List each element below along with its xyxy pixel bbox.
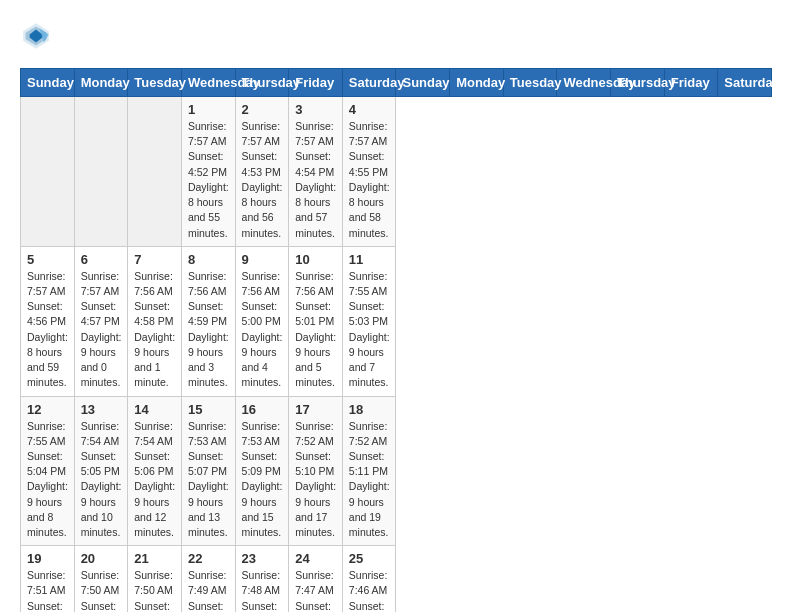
col-header-tuesday: Tuesday [503,69,557,97]
header-monday: Monday [74,69,128,97]
day-info: Sunrise: 7:47 AMSunset: 5:19 PMDaylight:… [295,568,336,612]
day-info: Sunrise: 7:57 AMSunset: 4:52 PMDaylight:… [188,119,229,241]
day-number: 7 [134,252,175,267]
day-number: 15 [188,402,229,417]
calendar-cell: 19Sunrise: 7:51 AMSunset: 5:12 PMDayligh… [21,546,75,612]
calendar-cell: 2Sunrise: 7:57 AMSunset: 4:53 PMDaylight… [235,97,289,247]
calendar-cell: 20Sunrise: 7:50 AMSunset: 5:14 PMDayligh… [74,546,128,612]
calendar-cell: 12Sunrise: 7:55 AMSunset: 5:04 PMDayligh… [21,396,75,546]
col-header-wednesday: Wednesday [557,69,611,97]
day-number: 6 [81,252,122,267]
calendar-cell: 15Sunrise: 7:53 AMSunset: 5:07 PMDayligh… [181,396,235,546]
day-info: Sunrise: 7:54 AMSunset: 5:05 PMDaylight:… [81,419,122,541]
day-number: 8 [188,252,229,267]
calendar-week-row: 1Sunrise: 7:57 AMSunset: 4:52 PMDaylight… [21,97,772,247]
day-number: 9 [242,252,283,267]
day-info: Sunrise: 7:57 AMSunset: 4:57 PMDaylight:… [81,269,122,391]
header-saturday: Saturday [342,69,396,97]
calendar-cell: 17Sunrise: 7:52 AMSunset: 5:10 PMDayligh… [289,396,343,546]
day-number: 1 [188,102,229,117]
calendar-header-row: SundayMondayTuesdayWednesdayThursdayFrid… [21,69,772,97]
day-number: 16 [242,402,283,417]
calendar-week-row: 5Sunrise: 7:57 AMSunset: 4:56 PMDaylight… [21,246,772,396]
day-info: Sunrise: 7:49 AMSunset: 5:16 PMDaylight:… [188,568,229,612]
day-info: Sunrise: 7:56 AMSunset: 5:00 PMDaylight:… [242,269,283,391]
header-tuesday: Tuesday [128,69,182,97]
header-thursday: Thursday [235,69,289,97]
day-number: 10 [295,252,336,267]
day-number: 17 [295,402,336,417]
logo-icon [20,20,52,52]
col-header-saturday: Saturday [718,69,772,97]
day-number: 11 [349,252,390,267]
header-wednesday: Wednesday [181,69,235,97]
header-sunday: Sunday [21,69,75,97]
day-number: 12 [27,402,68,417]
calendar-cell: 16Sunrise: 7:53 AMSunset: 5:09 PMDayligh… [235,396,289,546]
calendar-cell: 18Sunrise: 7:52 AMSunset: 5:11 PMDayligh… [342,396,396,546]
day-info: Sunrise: 7:55 AMSunset: 5:03 PMDaylight:… [349,269,390,391]
calendar-cell: 24Sunrise: 7:47 AMSunset: 5:19 PMDayligh… [289,546,343,612]
calendar-cell: 11Sunrise: 7:55 AMSunset: 5:03 PMDayligh… [342,246,396,396]
calendar-week-row: 12Sunrise: 7:55 AMSunset: 5:04 PMDayligh… [21,396,772,546]
calendar-table: SundayMondayTuesdayWednesdayThursdayFrid… [20,68,772,612]
calendar-cell: 25Sunrise: 7:46 AMSunset: 5:20 PMDayligh… [342,546,396,612]
day-number: 25 [349,551,390,566]
col-header-friday: Friday [664,69,718,97]
calendar-cell: 1Sunrise: 7:57 AMSunset: 4:52 PMDaylight… [181,97,235,247]
day-info: Sunrise: 7:51 AMSunset: 5:12 PMDaylight:… [27,568,68,612]
day-info: Sunrise: 7:56 AMSunset: 5:01 PMDaylight:… [295,269,336,391]
day-number: 19 [27,551,68,566]
day-number: 21 [134,551,175,566]
day-info: Sunrise: 7:53 AMSunset: 5:09 PMDaylight:… [242,419,283,541]
calendar-cell: 21Sunrise: 7:50 AMSunset: 5:15 PMDayligh… [128,546,182,612]
day-number: 4 [349,102,390,117]
col-header-monday: Monday [450,69,504,97]
calendar-cell [21,97,75,247]
day-number: 18 [349,402,390,417]
day-number: 23 [242,551,283,566]
day-number: 13 [81,402,122,417]
day-info: Sunrise: 7:53 AMSunset: 5:07 PMDaylight:… [188,419,229,541]
day-number: 3 [295,102,336,117]
calendar-cell [128,97,182,247]
logo [20,20,58,52]
day-info: Sunrise: 7:57 AMSunset: 4:54 PMDaylight:… [295,119,336,241]
calendar-cell: 5Sunrise: 7:57 AMSunset: 4:56 PMDaylight… [21,246,75,396]
day-number: 22 [188,551,229,566]
col-header-sunday: Sunday [396,69,450,97]
day-number: 24 [295,551,336,566]
day-number: 20 [81,551,122,566]
day-info: Sunrise: 7:57 AMSunset: 4:56 PMDaylight:… [27,269,68,391]
day-info: Sunrise: 7:56 AMSunset: 4:58 PMDaylight:… [134,269,175,391]
day-info: Sunrise: 7:57 AMSunset: 4:55 PMDaylight:… [349,119,390,241]
day-number: 14 [134,402,175,417]
calendar-cell: 6Sunrise: 7:57 AMSunset: 4:57 PMDaylight… [74,246,128,396]
day-info: Sunrise: 7:54 AMSunset: 5:06 PMDaylight:… [134,419,175,541]
day-info: Sunrise: 7:48 AMSunset: 5:18 PMDaylight:… [242,568,283,612]
calendar-cell: 4Sunrise: 7:57 AMSunset: 4:55 PMDaylight… [342,97,396,247]
calendar-week-row: 19Sunrise: 7:51 AMSunset: 5:12 PMDayligh… [21,546,772,612]
calendar-cell: 7Sunrise: 7:56 AMSunset: 4:58 PMDaylight… [128,246,182,396]
calendar-cell: 13Sunrise: 7:54 AMSunset: 5:05 PMDayligh… [74,396,128,546]
day-number: 5 [27,252,68,267]
calendar-cell: 8Sunrise: 7:56 AMSunset: 4:59 PMDaylight… [181,246,235,396]
calendar-cell: 9Sunrise: 7:56 AMSunset: 5:00 PMDaylight… [235,246,289,396]
header-friday: Friday [289,69,343,97]
day-info: Sunrise: 7:50 AMSunset: 5:14 PMDaylight:… [81,568,122,612]
day-info: Sunrise: 7:52 AMSunset: 5:10 PMDaylight:… [295,419,336,541]
col-header-thursday: Thursday [611,69,665,97]
calendar-cell: 22Sunrise: 7:49 AMSunset: 5:16 PMDayligh… [181,546,235,612]
day-info: Sunrise: 7:52 AMSunset: 5:11 PMDaylight:… [349,419,390,541]
page-header [20,20,772,52]
day-info: Sunrise: 7:50 AMSunset: 5:15 PMDaylight:… [134,568,175,612]
calendar-cell: 3Sunrise: 7:57 AMSunset: 4:54 PMDaylight… [289,97,343,247]
day-number: 2 [242,102,283,117]
calendar-cell: 14Sunrise: 7:54 AMSunset: 5:06 PMDayligh… [128,396,182,546]
day-info: Sunrise: 7:57 AMSunset: 4:53 PMDaylight:… [242,119,283,241]
day-info: Sunrise: 7:56 AMSunset: 4:59 PMDaylight:… [188,269,229,391]
calendar-cell: 23Sunrise: 7:48 AMSunset: 5:18 PMDayligh… [235,546,289,612]
calendar-cell: 10Sunrise: 7:56 AMSunset: 5:01 PMDayligh… [289,246,343,396]
calendar-cell [74,97,128,247]
day-info: Sunrise: 7:46 AMSunset: 5:20 PMDaylight:… [349,568,390,612]
